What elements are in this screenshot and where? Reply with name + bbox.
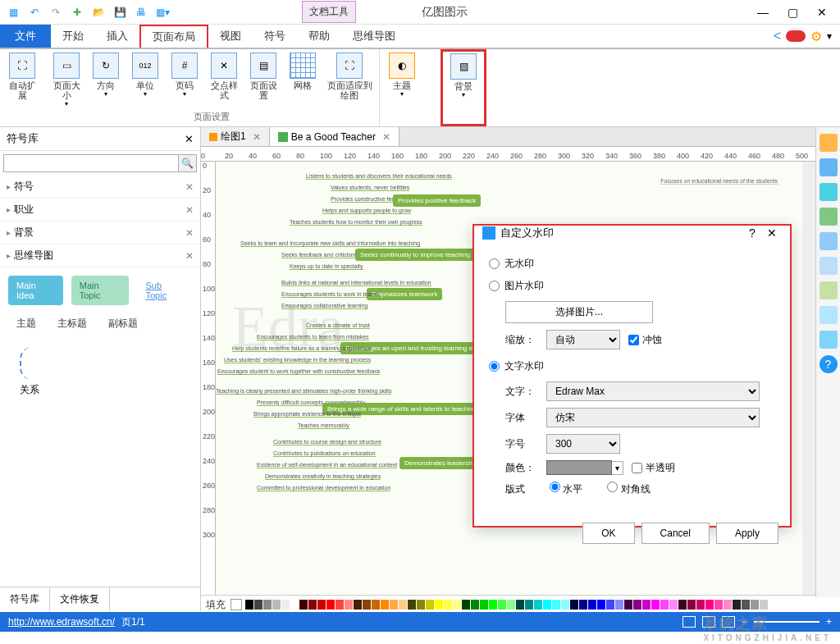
tab-file[interactable]: 文件 bbox=[0, 25, 51, 48]
rt-icon-7[interactable] bbox=[819, 281, 838, 299]
color-swatch[interactable] bbox=[245, 600, 253, 610]
select-image-button[interactable]: 选择图片... bbox=[505, 301, 653, 323]
doc-tab-2[interactable]: Be a Good Teacher✕ bbox=[270, 127, 399, 146]
scale-select[interactable]: 自动 bbox=[546, 330, 620, 349]
color-swatch[interactable] bbox=[579, 600, 587, 610]
color-swatch[interactable] bbox=[751, 600, 759, 610]
btn-page-num[interactable]: #页码▾ bbox=[167, 53, 202, 98]
shape-main-idea[interactable]: Main Idea bbox=[8, 276, 63, 305]
minimize-icon[interactable]: — bbox=[751, 4, 774, 21]
color-swatch[interactable] bbox=[363, 600, 371, 610]
color-swatch[interactable] bbox=[543, 600, 551, 610]
radio-no-watermark[interactable] bbox=[489, 258, 500, 269]
color-swatch[interactable] bbox=[624, 600, 632, 610]
text-select[interactable]: Edraw Max bbox=[546, 381, 760, 401]
radio-image-watermark[interactable] bbox=[489, 281, 500, 291]
panel-close-icon[interactable]: ✕ bbox=[185, 133, 194, 145]
color-swatch[interactable] bbox=[570, 600, 578, 610]
no-fill-icon[interactable] bbox=[231, 599, 242, 610]
rt-icon-6[interactable] bbox=[819, 257, 838, 275]
btn-unit[interactable]: 012单位▾ bbox=[128, 53, 162, 98]
tab-insert[interactable]: 插入 bbox=[95, 25, 139, 48]
color-swatch[interactable] bbox=[588, 600, 596, 610]
color-picker[interactable] bbox=[546, 460, 612, 475]
washout-checkbox[interactable] bbox=[628, 335, 639, 345]
tab-close-icon[interactable]: ✕ bbox=[382, 131, 390, 143]
vertical-scrollbar[interactable] bbox=[802, 162, 815, 595]
lib-close-icon[interactable]: ✕ bbox=[185, 181, 194, 193]
color-swatch[interactable] bbox=[534, 600, 542, 610]
color-swatch[interactable] bbox=[444, 600, 452, 610]
btn-page-size[interactable]: ▭页面大小▾ bbox=[49, 53, 84, 107]
color-swatch[interactable] bbox=[408, 600, 416, 610]
color-swatch[interactable] bbox=[498, 600, 506, 610]
color-swatch[interactable] bbox=[417, 600, 425, 610]
color-swatch[interactable] bbox=[354, 600, 362, 610]
color-swatch[interactable] bbox=[462, 600, 470, 610]
search-input[interactable] bbox=[3, 154, 179, 172]
btn-snap-style[interactable]: ✕交点样式 bbox=[207, 53, 241, 100]
print-icon[interactable]: 🖶 bbox=[133, 4, 149, 21]
color-swatch[interactable] bbox=[507, 600, 515, 610]
doc-tab-1[interactable]: 绘图1✕ bbox=[201, 127, 270, 146]
app-icon[interactable]: ▦ bbox=[5, 4, 21, 21]
lib-item-background[interactable]: ▸背景✕ bbox=[0, 222, 200, 244]
new-icon[interactable]: ✚ bbox=[69, 4, 85, 21]
tab-page-layout[interactable]: 页面布局 bbox=[139, 25, 208, 48]
tab-mindmap[interactable]: 思维导图 bbox=[341, 25, 407, 48]
doc-tools-contextual-tab[interactable]: 文档工具 bbox=[302, 1, 356, 23]
view-mode-1-icon[interactable] bbox=[682, 616, 696, 628]
color-swatch[interactable] bbox=[651, 600, 660, 610]
settings-icon[interactable]: ⚙ bbox=[810, 29, 822, 44]
rt-icon-2[interactable] bbox=[819, 158, 838, 176]
tab-file-recover[interactable]: 文件恢复 bbox=[50, 587, 110, 611]
color-swatch[interactable] bbox=[633, 600, 641, 610]
font-select[interactable]: 仿宋 bbox=[546, 408, 760, 427]
rt-icon-8[interactable] bbox=[819, 306, 838, 324]
color-swatch[interactable] bbox=[525, 600, 533, 610]
btn-background-highlighted[interactable]: ▨背景▾ bbox=[441, 49, 486, 126]
rt-icon-1[interactable] bbox=[819, 134, 838, 152]
color-swatch[interactable] bbox=[705, 600, 714, 610]
tab-symbol[interactable]: 符号 bbox=[253, 25, 297, 48]
mm-node-2[interactable]: Seeks continually to improve teaching sk… bbox=[355, 249, 491, 261]
btn-grid[interactable]: 网格 bbox=[285, 53, 320, 90]
color-swatch[interactable] bbox=[687, 600, 696, 610]
rt-icon-5[interactable] bbox=[819, 232, 838, 250]
cancel-button[interactable]: Cancel bbox=[641, 523, 710, 544]
color-swatch[interactable] bbox=[724, 600, 732, 610]
color-swatch[interactable] bbox=[345, 600, 353, 610]
color-swatch[interactable] bbox=[336, 600, 344, 610]
radio-text-watermark[interactable] bbox=[489, 361, 500, 372]
color-swatch[interactable] bbox=[516, 600, 524, 610]
tab-close-icon[interactable]: ✕ bbox=[253, 131, 261, 143]
save-icon[interactable]: 💾 bbox=[112, 4, 128, 21]
mm-node-1[interactable]: Provides positive feedback bbox=[393, 194, 481, 207]
dialog-help-icon[interactable]: ? bbox=[742, 226, 762, 240]
open-icon[interactable]: 📂 bbox=[90, 4, 107, 21]
lib-close-icon[interactable]: ✕ bbox=[185, 204, 194, 216]
color-swatch[interactable] bbox=[480, 600, 488, 610]
color-swatch[interactable] bbox=[678, 600, 687, 610]
dialog-close-icon[interactable]: ✕ bbox=[762, 226, 782, 240]
color-swatch[interactable] bbox=[426, 600, 434, 610]
color-swatch[interactable] bbox=[390, 600, 398, 610]
color-swatch[interactable] bbox=[733, 600, 741, 610]
tab-view[interactable]: 视图 bbox=[208, 25, 253, 48]
color-swatch[interactable] bbox=[742, 600, 750, 610]
color-swatch[interactable] bbox=[326, 600, 335, 610]
rt-icon-3[interactable] bbox=[819, 183, 838, 201]
btn-auto-expand[interactable]: ⛶自动扩展 bbox=[5, 53, 39, 100]
color-swatch[interactable] bbox=[660, 600, 669, 610]
color-swatch[interactable] bbox=[552, 600, 560, 610]
color-swatches[interactable] bbox=[245, 600, 840, 610]
color-swatch[interactable] bbox=[606, 600, 614, 610]
lib-item-profession[interactable]: ▸职业✕ bbox=[0, 199, 200, 222]
color-swatch[interactable] bbox=[696, 600, 705, 610]
maximize-icon[interactable]: ▢ bbox=[781, 4, 804, 21]
color-swatch[interactable] bbox=[281, 600, 290, 610]
color-swatch[interactable] bbox=[254, 600, 262, 610]
color-swatch[interactable] bbox=[760, 600, 768, 610]
color-swatch[interactable] bbox=[669, 600, 678, 610]
size-select[interactable]: 300 bbox=[546, 434, 620, 454]
